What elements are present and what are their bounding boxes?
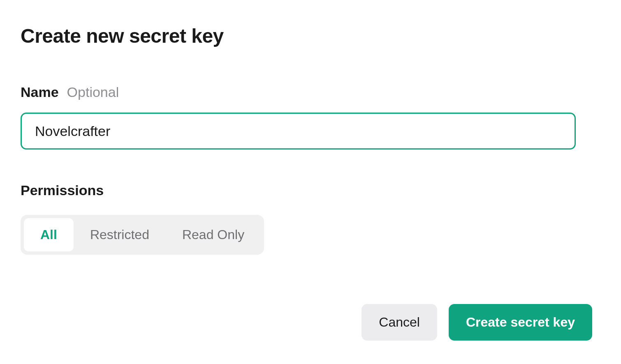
dialog-title: Create new secret key <box>21 25 600 47</box>
permission-option-all[interactable]: All <box>24 218 74 251</box>
permission-option-restricted[interactable]: Restricted <box>74 218 166 251</box>
name-field-label: Name <box>21 84 59 100</box>
permission-option-read-only[interactable]: Read Only <box>166 218 261 251</box>
name-input[interactable] <box>21 113 576 150</box>
name-field-label-row: Name Optional <box>21 84 600 100</box>
name-field-optional-hint: Optional <box>67 84 119 100</box>
cancel-button[interactable]: Cancel <box>361 304 437 341</box>
dialog-actions: Cancel Create secret key <box>21 304 592 341</box>
create-secret-key-button[interactable]: Create secret key <box>449 304 592 341</box>
permissions-label: Permissions <box>21 182 600 198</box>
permissions-segmented-control: All Restricted Read Only <box>21 215 264 255</box>
